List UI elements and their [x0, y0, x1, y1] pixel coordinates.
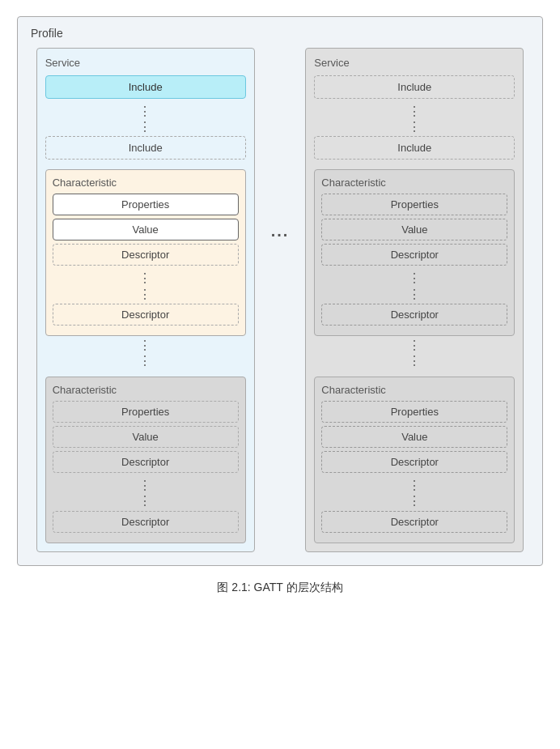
include-left-2: Include — [45, 136, 246, 160]
ellipsis-char-left-1: ⋮⋮ — [53, 269, 239, 303]
descriptor-left-2a: Descriptor — [53, 451, 239, 473]
ellipsis-char-right-1: ⋮⋮ — [321, 269, 507, 303]
ellipsis-right-2: ⋮⋮ — [314, 336, 515, 370]
properties-right-1: Properties — [321, 194, 507, 215]
char-right-2: Characteristic Properties Value Descript… — [314, 377, 515, 543]
figure-caption: 图 2.1: GATT 的层次结构 — [217, 581, 342, 595]
properties-right-2: Properties — [321, 401, 507, 423]
profile-label: Profile — [31, 27, 529, 40]
ellipsis-right-1: ⋮⋮ — [314, 102, 515, 136]
char-right-2-label: Characteristic — [321, 384, 507, 396]
char-left-1: Characteristic Properties Value Descript… — [45, 169, 246, 335]
include-left-1: Include — [45, 75, 246, 99]
value-left-2: Value — [53, 426, 239, 448]
value-right-2: Value — [321, 426, 507, 448]
service-right: Service Include ⋮⋮ Include Characteristi… — [305, 48, 524, 552]
properties-left-2: Properties — [53, 401, 239, 423]
descriptor-right-1a: Descriptor — [321, 244, 507, 266]
ellipsis-char-right-2: ⋮⋮ — [321, 476, 507, 510]
ellipsis-horizontal: ··· — [271, 48, 290, 245]
service-left: Service Include ⋮⋮ Include Characteristi… — [36, 48, 255, 552]
include-right-1: Include — [314, 75, 515, 99]
char-right-1: Characteristic Properties Value Descript… — [314, 169, 515, 335]
ellipsis-char-left-2: ⋮⋮ — [53, 476, 239, 510]
value-right-1: Value — [321, 219, 507, 240]
descriptor-left-1b: Descriptor — [53, 304, 239, 326]
descriptor-right-2b: Descriptor — [321, 511, 507, 533]
char-left-1-label: Characteristic — [53, 177, 239, 189]
char-left-2: Characteristic Properties Value Descript… — [45, 377, 246, 543]
descriptor-left-1a: Descriptor — [53, 244, 239, 266]
descriptor-right-1b: Descriptor — [321, 304, 507, 326]
services-row: Service Include ⋮⋮ Include Characteristi… — [31, 48, 529, 552]
descriptor-left-2b: Descriptor — [53, 511, 239, 533]
profile-container: Profile Service Include ⋮⋮ Include Chara… — [17, 16, 543, 566]
char-left-2-label: Characteristic — [53, 384, 239, 396]
service-right-label: Service — [314, 57, 515, 69]
ellipsis-left-2: ⋮⋮ — [45, 336, 246, 370]
service-left-label: Service — [45, 57, 246, 69]
ellipsis-left-1: ⋮⋮ — [45, 102, 246, 136]
char-right-1-label: Characteristic — [321, 177, 507, 189]
include-right-2: Include — [314, 136, 515, 160]
properties-left-1: Properties — [53, 194, 239, 215]
value-left-1: Value — [53, 219, 239, 240]
descriptor-right-2a: Descriptor — [321, 451, 507, 473]
